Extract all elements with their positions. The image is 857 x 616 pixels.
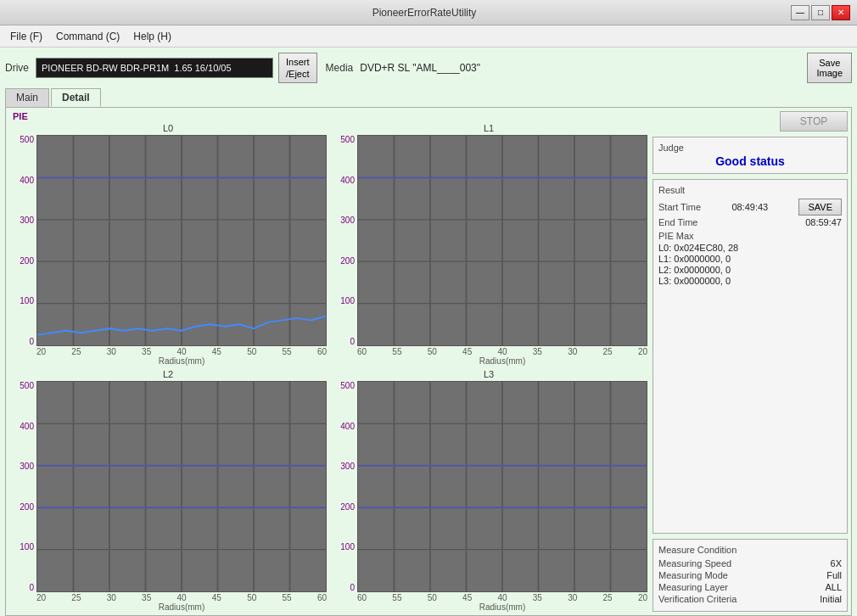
measure-speed-key: Measuring Speed	[658, 558, 731, 568]
menu-command[interactable]: Command (C)	[49, 29, 126, 44]
pie-l1-row: L1: 0x0000000, 0	[658, 254, 842, 264]
measure-mode-key: Measuring Mode	[658, 570, 728, 580]
start-time-key: Start Time	[658, 202, 701, 212]
chart-l2-title: L2	[9, 369, 327, 379]
chart-l0-yaxis: 500 400 300 200 100 0	[9, 135, 36, 346]
result-start-time-row: Start Time 08:49:43 SAVE	[658, 199, 842, 216]
chart-l1-title: L1	[330, 123, 647, 133]
media-group: Media DVD+R SL "AML____003"	[326, 62, 481, 74]
tab-main[interactable]: Main	[5, 88, 49, 107]
chart-l2: L2 500 400 300 200 100 0	[9, 369, 327, 612]
drive-label: Drive	[5, 62, 29, 74]
measure-layer-row: Measuring Layer ALL	[658, 582, 842, 592]
minimize-button[interactable]: —	[791, 5, 809, 20]
measure-speed-row: Measuring Speed 6X	[658, 558, 842, 568]
chart-l3-title: L3	[330, 369, 647, 379]
measure-label: Measure Condition	[658, 545, 842, 555]
chart-l0-plot	[36, 135, 327, 346]
measure-mode-val: Full	[826, 570, 842, 580]
judge-section: Judge Good status	[653, 137, 848, 174]
measure-section: Measure Condition Measuring Speed 6X Mea…	[653, 539, 848, 612]
tabs: Main Detail	[5, 88, 852, 107]
chart-l2-yaxis: 500 400 300 200 100 0	[9, 381, 36, 592]
main-window: Drive Insert /Eject Media DVD+R SL "AML_…	[0, 48, 857, 616]
start-time-val: 08:49:43	[731, 202, 768, 212]
result-end-time-row: End Time 08:59:47	[658, 217, 842, 227]
charts-grid: L0 500 400 300 200 100 0	[9, 123, 647, 612]
insert-eject-button[interactable]: Insert /Eject	[278, 53, 317, 83]
measure-criteria-val: Initial	[820, 594, 842, 604]
measure-criteria-row: Verification Criteria Initial	[658, 594, 842, 604]
chart-l0: L0 500 400 300 200 100 0	[9, 123, 327, 366]
chart-l1-xaxis: 60 55 50 45 40 35 30 25 20	[330, 346, 647, 356]
measure-mode-row: Measuring Mode Full	[658, 570, 842, 580]
menu-bar: File (F) Command (C) Help (H)	[0, 25, 857, 48]
end-time-val: 08:59:47	[805, 217, 842, 227]
chart-l0-xaxis: 20 25 30 35 40 45 50 55 60	[9, 346, 327, 356]
content-area: PIE L0 500 400 300 200 100 0	[5, 107, 852, 616]
window-controls: — □ ✕	[791, 5, 850, 20]
chart-l3: L3 500 400 300 200 100 0	[330, 369, 647, 612]
judge-status: Good status	[658, 154, 842, 168]
result-label: Result	[658, 185, 842, 195]
chart-l2-xaxis: 20 25 30 35 40 45 50 55 60	[9, 592, 327, 602]
chart-l0-title: L0	[9, 123, 327, 133]
tab-detail[interactable]: Detail	[51, 88, 101, 107]
drive-group: Drive Insert /Eject	[5, 53, 317, 83]
measure-criteria-key: Verification Criteria	[658, 594, 737, 604]
stop-button[interactable]: STOP	[780, 111, 848, 132]
chart-l3-xaxis: 60 55 50 45 40 35 30 25 20	[330, 592, 647, 602]
measure-speed-val: 6X	[831, 558, 842, 568]
media-label: Media	[326, 62, 354, 74]
close-button[interactable]: ✕	[832, 5, 850, 20]
chart-l1-yaxis: 500 400 300 200 100 0	[330, 135, 357, 346]
pie-l2-row: L2: 0x0000000, 0	[658, 265, 842, 275]
chart-l0-xtitle: Radius(mm)	[9, 356, 327, 366]
media-value: DVD+R SL "AML____003"	[360, 62, 480, 74]
chart-l2-plot	[36, 381, 327, 592]
result-section: Result Start Time 08:49:43 SAVE End Time…	[653, 179, 848, 534]
chart-l2-xtitle: Radius(mm)	[9, 602, 327, 612]
charts-area: PIE L0 500 400 300 200 100 0	[9, 111, 647, 612]
window-title: PioneerErrorRateUtility	[58, 7, 791, 19]
judge-label: Judge	[658, 143, 842, 153]
menu-help[interactable]: Help (H)	[126, 29, 178, 44]
chart-l3-xtitle: Radius(mm)	[330, 602, 647, 612]
save-button[interactable]: SAVE	[798, 199, 842, 216]
drive-input[interactable]	[36, 58, 273, 78]
chart-l1-xtitle: Radius(mm)	[330, 356, 647, 366]
measure-layer-key: Measuring Layer	[658, 582, 728, 592]
drive-media-row: Drive Insert /Eject Media DVD+R SL "AML_…	[5, 53, 852, 83]
chart-l1: L1 500 400 300 200 100 0	[330, 123, 647, 366]
chart-l3-plot	[357, 381, 647, 592]
save-image-button[interactable]: Save Image	[807, 53, 852, 83]
chart-l1-plot	[357, 135, 647, 346]
pie-l3-row: L3: 0x0000000, 0	[658, 276, 842, 286]
pie-ylabel: PIE	[13, 111, 28, 121]
restore-button[interactable]: □	[811, 5, 830, 20]
end-time-key: End Time	[658, 217, 697, 227]
right-panel: STOP Judge Good status Result Start Time…	[653, 111, 848, 612]
pie-max-label: PIE Max	[658, 231, 842, 241]
chart-l3-yaxis: 500 400 300 200 100 0	[330, 381, 357, 592]
measure-layer-val: ALL	[825, 582, 842, 592]
title-bar: PioneerErrorRateUtility — □ ✕	[0, 0, 857, 25]
pie-l0-row: L0: 0x024EC80, 28	[658, 243, 842, 253]
menu-file[interactable]: File (F)	[3, 29, 49, 44]
